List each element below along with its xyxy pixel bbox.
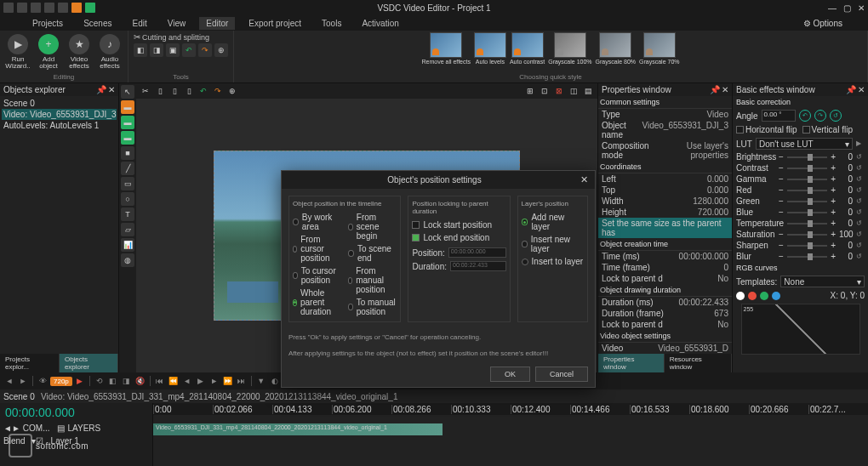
menu-tools[interactable]: Tools — [315, 17, 348, 30]
ok-button[interactable]: OK — [490, 367, 530, 382]
pin-icon[interactable]: 📌 — [96, 85, 106, 94]
tool-icon[interactable]: ⊕ — [226, 85, 238, 97]
slider-brightness[interactable]: Brightness−+0↺ — [733, 151, 868, 162]
line-icon[interactable]: ╱ — [121, 162, 134, 175]
menu-export[interactable]: Export project — [242, 17, 308, 30]
close-icon[interactable]: ✕ — [108, 85, 115, 94]
step-fwd-icon[interactable]: ► — [208, 375, 220, 387]
resolution-badge[interactable]: 720p — [50, 377, 72, 386]
effect-grayscale-100[interactable]: Grayscale 100% — [548, 32, 591, 65]
cancel-button[interactable]: Cancel — [535, 367, 588, 382]
menu-activation[interactable]: Activation — [355, 17, 405, 30]
qa-icon[interactable] — [44, 3, 54, 13]
rgb-curve[interactable]: 255 — [741, 304, 860, 355]
fit-icon[interactable]: ⊡ — [539, 85, 551, 97]
rewind-icon[interactable]: ⏪ — [168, 375, 180, 387]
tool-icon[interactable]: ▣ — [166, 43, 180, 57]
menu-edit[interactable]: Edit — [125, 17, 153, 30]
radio-add-layer[interactable]: Add new layer — [522, 211, 584, 233]
step-back-icon[interactable]: ◄ — [181, 375, 193, 387]
duration-input[interactable]: 00:00:22.433 — [450, 261, 506, 271]
effect-remove-all[interactable]: Remove all effects — [422, 32, 471, 65]
scene-next-icon[interactable]: ► — [17, 375, 29, 387]
tab-projects-explorer[interactable]: Projects explor... — [0, 354, 60, 372]
pin-icon[interactable]: 📌 — [846, 85, 856, 94]
text-icon[interactable]: T — [121, 207, 134, 221]
slider-gamma[interactable]: Gamma−+0↺ — [733, 173, 868, 185]
reset-icon[interactable]: ↺ — [830, 110, 842, 122]
tool-icon[interactable]: ◧ — [134, 43, 147, 57]
close-icon[interactable]: ✕ — [722, 85, 728, 94]
options-link[interactable]: ⚙Options — [803, 19, 842, 28]
pin-icon[interactable]: 📌 — [710, 85, 720, 94]
qa-icon[interactable] — [17, 3, 27, 13]
horizontal-flip-check[interactable]: Horizontal flip — [736, 125, 797, 134]
rgb-green[interactable] — [760, 292, 768, 300]
slider-contrast[interactable]: Contrast−+0↺ — [733, 162, 868, 173]
tool-icon[interactable]: ▬ — [121, 100, 134, 114]
rgb-red[interactable] — [748, 292, 757, 300]
maximize-icon[interactable]: ▢ — [843, 3, 851, 13]
undo-icon[interactable]: ↶ — [197, 85, 209, 97]
tree-item-autolevels[interactable]: AutoLevels: AutoLevels 1 — [2, 120, 117, 131]
rgb-blue[interactable] — [772, 292, 780, 300]
reset-icon[interactable]: ↺ — [856, 186, 865, 195]
tab-objects-explorer[interactable]: Objects explorer — [60, 354, 118, 372]
undo-icon[interactable]: ↶ — [182, 43, 196, 57]
qa-icon[interactable] — [85, 3, 95, 13]
cursor-icon[interactable]: ↖ — [121, 85, 134, 99]
reset-icon[interactable]: ↺ — [856, 208, 865, 217]
vertical-flip-check[interactable]: Vertical flip — [802, 125, 853, 134]
radio-insert-to-layer[interactable]: Insert to layer — [522, 255, 584, 268]
eye-icon[interactable]: 👁 — [37, 375, 49, 387]
menu-scenes[interactable]: Scenes — [77, 17, 118, 30]
close-icon[interactable]: ✕ — [858, 85, 865, 94]
add-object-button[interactable]: +Add object — [34, 32, 63, 71]
tool-icon[interactable]: ⊕ — [214, 43, 228, 57]
video-effects-button[interactable]: ★Video effects — [65, 32, 94, 71]
tool-icon[interactable]: ▯ — [168, 85, 180, 97]
tool-icon[interactable]: ◐ — [269, 375, 281, 387]
dialog-close-icon[interactable]: ✕ — [580, 174, 588, 185]
minimize-icon[interactable]: — — [828, 3, 837, 13]
slider-green[interactable]: Green−+0↺ — [733, 196, 868, 207]
record-icon[interactable]: ▶ — [74, 375, 86, 387]
menu-view[interactable]: View — [161, 17, 193, 30]
tool-icon[interactable]: ◨ — [150, 43, 163, 57]
tool-icon[interactable]: ■ — [121, 146, 134, 160]
rgb-white[interactable] — [736, 292, 745, 300]
qa-icon[interactable] — [31, 3, 41, 13]
lut-select[interactable]: Don't use LUT▾ — [756, 138, 853, 150]
loop-icon[interactable]: ⟲ — [94, 375, 106, 387]
tree-item-scene[interactable]: Scene 0 — [2, 98, 117, 109]
redo-icon[interactable]: ↷ — [212, 85, 224, 97]
tooltip-icon[interactable]: ▱ — [121, 223, 134, 236]
check-lock-end[interactable]: Lock end position — [412, 231, 505, 244]
scene-prev-icon[interactable]: ◄ — [3, 375, 15, 387]
radio-insert-new-layer[interactable]: Insert new layer — [522, 233, 584, 255]
radio-scene-begin[interactable]: From scene begin — [348, 211, 397, 242]
reset-icon[interactable]: ↺ — [856, 230, 865, 239]
reset-icon[interactable]: ↺ — [856, 253, 865, 261]
reset-icon[interactable]: ↺ — [856, 219, 865, 228]
tool-icon[interactable]: ▬ — [121, 116, 134, 129]
tab-resources[interactable]: Resources window — [665, 354, 732, 372]
video-clip[interactable]: Video_6553931_DJI_331_mp4_281140804_2200… — [153, 423, 443, 435]
qa-icon[interactable] — [58, 3, 68, 13]
radio-from-manual[interactable]: From manual position — [348, 264, 397, 296]
radio-to-cursor[interactable]: To cursor position — [293, 264, 341, 287]
lut-apply-icon[interactable]: ▶ — [856, 139, 865, 148]
slider-red[interactable]: Red−+0↺ — [733, 185, 868, 196]
tree-item-video[interactable]: Video: Video_6553931_DJI_3 — [2, 109, 117, 120]
reset-icon[interactable]: ↺ — [856, 153, 865, 162]
forward-icon[interactable]: ⏩ — [222, 375, 234, 387]
close-icon[interactable]: ✕ — [858, 3, 865, 13]
set-same-size-button[interactable]: Set the same size as the parent has — [598, 218, 732, 238]
redo-icon[interactable]: ↷ — [198, 43, 212, 57]
rect-icon[interactable]: ▭ — [121, 177, 134, 190]
tab-properties[interactable]: Properties window — [598, 354, 665, 372]
tool-icon[interactable]: ◫ — [568, 85, 580, 97]
skip-end-icon[interactable]: ⏭ — [236, 375, 248, 387]
skip-start-icon[interactable]: ⏮ — [154, 375, 166, 387]
tool-icon[interactable]: ◨ — [121, 375, 133, 387]
